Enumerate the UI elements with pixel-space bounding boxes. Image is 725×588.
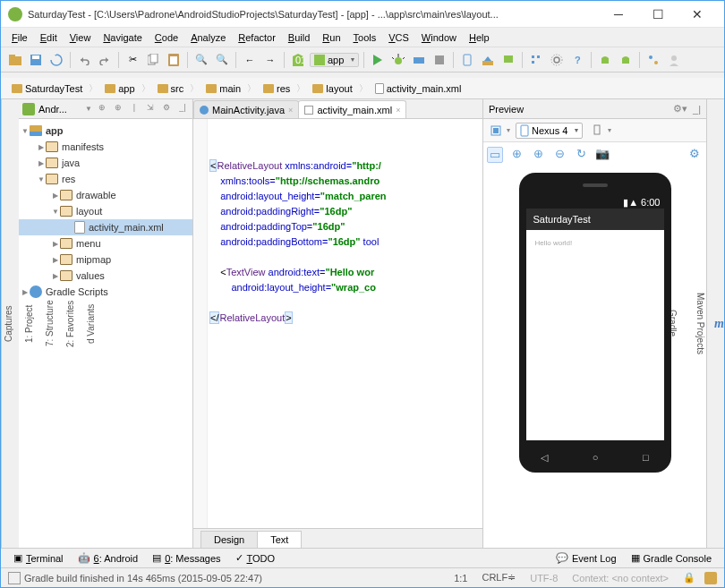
monitor-icon[interactable] <box>499 51 517 69</box>
screenshot-icon[interactable]: 📷 <box>594 147 610 163</box>
menu-edit[interactable]: Edit <box>35 30 63 45</box>
replace-icon[interactable]: 🔍 <box>213 51 231 69</box>
sdk-icon[interactable] <box>479 51 497 69</box>
toolwin-gradleconsole[interactable]: ▦Gradle Console <box>626 550 717 566</box>
tree-node-drawable[interactable]: ▶drawable <box>19 187 192 203</box>
menu-code[interactable]: Code <box>149 30 183 45</box>
breadcrumb-item[interactable]: app <box>101 82 153 95</box>
scroll-from-icon[interactable]: ⊕ <box>112 103 124 115</box>
encoding[interactable]: UTF-8 <box>525 573 563 584</box>
designer-tab-text[interactable]: Text <box>257 531 302 548</box>
redo-icon[interactable] <box>96 51 114 69</box>
side-tab-favorites[interactable]: 2: Favorites <box>64 293 77 354</box>
copy-icon[interactable] <box>144 51 162 69</box>
code-editor[interactable]: <RelativeLayout xmlns:android="http:/ xm… <box>193 119 482 528</box>
toolwin-android[interactable]: 🤖6: Android <box>72 550 144 566</box>
settings-icon[interactable]: ⚙ <box>687 147 703 163</box>
context[interactable]: Context: <no context> <box>567 573 674 584</box>
close-button[interactable]: ✕ <box>678 2 717 27</box>
zoom-in-icon[interactable]: ⊕ <box>530 147 546 163</box>
hide-icon[interactable]: _| <box>693 104 701 115</box>
close-tab-icon[interactable]: × <box>396 106 400 115</box>
back-icon[interactable]: ← <box>241 51 259 69</box>
side-tab-mavenprojects[interactable]: Maven Projects <box>694 285 707 362</box>
breadcrumb-item[interactable]: activity_main.xml <box>371 83 472 94</box>
menu-build[interactable]: Build <box>283 30 315 45</box>
run-icon[interactable] <box>369 51 387 69</box>
minimize-button[interactable]: ─ <box>599 2 638 27</box>
project-view-label[interactable]: Andr... <box>38 104 81 115</box>
forward-icon[interactable]: → <box>261 51 279 69</box>
breadcrumb-item[interactable]: res <box>260 82 309 95</box>
line-sep[interactable]: CRLF≑ <box>476 572 521 584</box>
close-tab-icon[interactable]: × <box>288 106 293 115</box>
tree-node-manifests[interactable]: ▶manifests <box>19 139 192 155</box>
refresh-icon[interactable]: ↻ <box>573 147 589 163</box>
menu-view[interactable]: View <box>64 30 97 45</box>
sync-icon[interactable] <box>47 51 65 69</box>
structure-icon[interactable] <box>527 51 545 69</box>
cut-icon[interactable]: ✂ <box>124 51 141 69</box>
make-icon[interactable]: 01 <box>289 51 307 69</box>
help-icon[interactable]: ? <box>568 51 586 69</box>
menu-navigate[interactable]: Navigate <box>98 30 147 45</box>
debug-icon[interactable] <box>389 51 407 69</box>
menu-file[interactable]: File <box>6 30 33 45</box>
undo-icon[interactable] <box>75 51 93 69</box>
menu-window[interactable]: Window <box>416 30 462 45</box>
run-config-selector[interactable]: app ▼ <box>310 53 359 67</box>
maximize-button[interactable]: ☐ <box>638 2 678 27</box>
paste-icon[interactable] <box>165 51 183 69</box>
stop-icon[interactable] <box>431 51 448 69</box>
status-icon[interactable] <box>8 572 21 584</box>
android-icon[interactable] <box>596 51 614 69</box>
gear-icon[interactable]: ⚙▾ <box>673 103 687 115</box>
tree-node-menu[interactable]: ▶menu <box>19 235 192 251</box>
android-add-icon[interactable] <box>617 51 635 69</box>
breadcrumb-item[interactable]: SaturdayTest <box>8 82 101 95</box>
tree-node-layout[interactable]: ▼layout <box>19 203 192 219</box>
save-icon[interactable] <box>27 51 45 69</box>
device-selector[interactable]: Nexus 4 ▼ <box>516 123 583 139</box>
open-icon[interactable] <box>6 51 24 69</box>
zoom-fit-icon[interactable]: ⊕ <box>508 147 525 163</box>
zoom-out-icon[interactable]: ⊖ <box>551 147 567 163</box>
gear-icon[interactable]: ⚙ <box>160 103 173 115</box>
menu-refactor[interactable]: Refactor <box>233 30 281 45</box>
orientation-icon[interactable] <box>588 122 606 140</box>
inspector-icon[interactable] <box>704 572 717 584</box>
menu-help[interactable]: Help <box>464 30 495 45</box>
menu-vcs[interactable]: VCS <box>383 30 414 45</box>
settings-icon[interactable] <box>548 51 566 69</box>
breadcrumb-item[interactable]: layout <box>309 82 371 95</box>
toolwin-terminal[interactable]: ▣Terminal <box>8 550 69 566</box>
collapse-icon[interactable]: ⇲ <box>144 103 157 115</box>
hierarchy-icon[interactable] <box>644 51 662 69</box>
side-tab-project[interactable]: 1: Project <box>22 297 36 349</box>
toolwin-messages[interactable]: ▤0: Messages <box>147 550 226 566</box>
user-icon[interactable] <box>665 51 683 69</box>
menu-analyze[interactable]: Analyze <box>185 30 231 45</box>
lock-icon[interactable]: 🔒 <box>678 572 701 584</box>
side-tab-dvariants[interactable]: d Variants <box>84 296 98 350</box>
avd-icon[interactable] <box>458 51 476 69</box>
menu-run[interactable]: Run <box>317 30 345 45</box>
select-icon[interactable]: ▭ <box>487 147 503 163</box>
breadcrumb-item[interactable]: main <box>202 82 260 95</box>
find-icon[interactable]: 🔍 <box>192 51 210 69</box>
side-tab-structure[interactable]: 7: Structure <box>43 294 56 354</box>
tree-node-app[interactable]: ▼app <box>19 123 192 139</box>
tree-node-activitymainxml[interactable]: activity_main.xml <box>19 219 192 235</box>
editor-tab-mainactivity[interactable]: MainActivity.java× <box>193 100 299 118</box>
viewport-icon[interactable] <box>487 122 505 140</box>
tree-node-mipmap[interactable]: ▶mipmap <box>19 251 192 268</box>
menu-tools[interactable]: Tools <box>348 30 382 45</box>
cursor-pos[interactable]: 1:1 <box>448 573 473 584</box>
tree-node-res[interactable]: ▼res <box>19 171 192 187</box>
toolwin-eventlog[interactable]: 💬Event Log <box>550 550 622 566</box>
tree-node-values[interactable]: ▶values <box>19 268 192 284</box>
hide-icon[interactable]: _| <box>176 103 189 115</box>
editor-tab-activity_main[interactable]: activity_main.xml× <box>298 100 406 118</box>
scroll-to-icon[interactable]: ⊕ <box>96 103 108 115</box>
designer-tab-design[interactable]: Design <box>200 531 258 548</box>
